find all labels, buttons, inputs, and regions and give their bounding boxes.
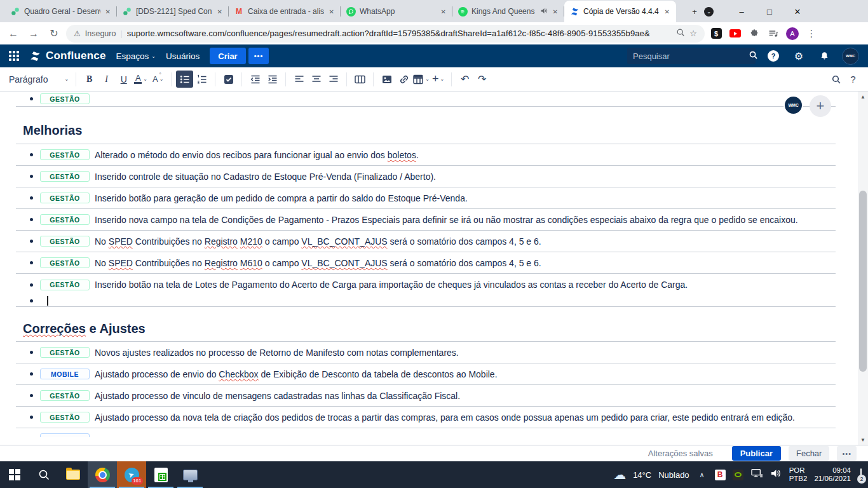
section-heading[interactable]: Melhorias bbox=[0, 123, 868, 138]
tab-gmail[interactable]: M Caixa de entrada - alis ✕ bbox=[229, 1, 341, 22]
scroll-down-icon[interactable]: ▼ bbox=[858, 435, 868, 445]
page-url[interactable]: suporte.wmcsoftware.com/confluence/pages… bbox=[127, 29, 672, 38]
tray-expand-icon[interactable]: ∧ bbox=[700, 471, 705, 479]
language-indicator[interactable]: PORPTB2 bbox=[789, 466, 808, 483]
tab-search-icon[interactable]: ⌄ bbox=[704, 7, 714, 17]
weather-cloud-icon[interactable]: ☁ bbox=[613, 467, 626, 482]
list-item[interactable]: GESTÃO Inserido botão na tela de Lotes d… bbox=[16, 274, 836, 295]
bookmark-star-icon[interactable]: ☆ bbox=[689, 29, 697, 38]
taskbar-remote-desktop-icon[interactable] bbox=[175, 461, 205, 488]
insert-link-button[interactable] bbox=[395, 71, 412, 88]
tab-quadro-geral[interactable]: Quadro Geral - Desenv ✕ bbox=[5, 1, 117, 22]
status-badge[interactable]: GESTÃO bbox=[40, 149, 90, 160]
taskbar-search-icon[interactable] bbox=[29, 461, 58, 488]
task-list-button[interactable] bbox=[220, 71, 237, 88]
taskbar-chrome-icon[interactable] bbox=[88, 461, 117, 488]
bullet-list-button[interactable] bbox=[176, 71, 193, 88]
list-item-text[interactable]: Novos ajustes realizados no processo de … bbox=[95, 348, 459, 358]
align-right-button[interactable] bbox=[325, 71, 342, 88]
invite-add-button[interactable]: + bbox=[810, 95, 831, 117]
status-badge[interactable]: GESTÃO bbox=[40, 193, 90, 203]
status-badge[interactable]: GESTÃO bbox=[40, 171, 90, 182]
user-avatar[interactable]: WMC bbox=[842, 48, 859, 65]
tab-dds-2121[interactable]: [DDS-2121] Sped Cont ✕ bbox=[117, 1, 229, 22]
indent-button[interactable] bbox=[264, 71, 281, 88]
window-close-button[interactable]: ✕ bbox=[783, 1, 811, 22]
bitdefender-tray-icon[interactable]: B bbox=[715, 470, 726, 480]
tab-confluence-active[interactable]: Cópia de Versão 4.4.4 ✕ bbox=[564, 1, 676, 22]
list-item-text[interactable]: Inserido controle de situação no Cadastr… bbox=[95, 172, 436, 182]
nvidia-tray-icon[interactable] bbox=[733, 470, 743, 480]
italic-button[interactable]: I bbox=[98, 71, 115, 88]
new-tab-button[interactable]: + bbox=[685, 1, 704, 22]
nav-spaces[interactable]: Espaços⌄ bbox=[116, 51, 156, 61]
weather-desc[interactable]: Nublado bbox=[658, 470, 689, 480]
status-badge[interactable]: GESTÃO bbox=[40, 257, 90, 268]
list-item[interactable]: GESTÃO Alterado o método do envio dos re… bbox=[16, 144, 836, 166]
list-item[interactable]: GESTÃO Inserido nova campo na tela de Co… bbox=[16, 209, 836, 231]
paragraph-style-dropdown[interactable]: Parágrafo⌄ bbox=[6, 71, 71, 88]
status-badge[interactable]: GESTÃO bbox=[40, 236, 90, 247]
app-switcher-icon[interactable] bbox=[9, 51, 19, 61]
browser-menu-icon[interactable]: ⋮ bbox=[804, 25, 819, 42]
undo-button[interactable]: ↶ bbox=[456, 71, 473, 88]
network-tray-icon[interactable] bbox=[750, 468, 763, 481]
taskbar-telegram-icon[interactable]: ➤161 bbox=[117, 461, 146, 488]
list-item[interactable]: GESTÃO No SPED Contribuições no Registro… bbox=[16, 231, 836, 252]
list-item[interactable]: GESTÃO No SPED Contribuições no Registro… bbox=[16, 252, 836, 274]
list-item-text[interactable]: No SPED Contribuições no Registro M610 o… bbox=[95, 258, 541, 268]
text-color-dropdown[interactable]: A⌄ bbox=[132, 71, 149, 88]
bold-button[interactable]: B bbox=[81, 71, 98, 88]
list-item-text[interactable]: No SPED Contribuições no Registro M210 o… bbox=[95, 236, 541, 247]
list-item-text[interactable]: Ajustado processo de vinculo de mensagen… bbox=[95, 391, 460, 401]
editor-help-icon[interactable]: ? bbox=[844, 71, 862, 88]
list-item-text[interactable]: Ajustado processo de envio do Checkbox d… bbox=[95, 369, 498, 379]
list-item[interactable]: GESTÃO bbox=[16, 92, 836, 107]
tab-close-icon[interactable]: ✕ bbox=[328, 8, 336, 15]
start-button[interactable] bbox=[0, 461, 29, 488]
list-item[interactable]: MOBILE Ajustado processo de envio do Che… bbox=[16, 363, 836, 385]
status-badge[interactable]: GESTÃO bbox=[40, 93, 90, 104]
list-item-text[interactable]: Inserido botão para geração de um pedido… bbox=[95, 193, 468, 203]
status-badge[interactable]: GESTÃO bbox=[40, 280, 90, 290]
help-icon[interactable]: ? bbox=[766, 48, 781, 64]
collaborator-avatar[interactable]: WMC bbox=[783, 95, 803, 115]
youtube-extension-icon[interactable] bbox=[728, 25, 743, 42]
settings-gear-icon[interactable]: ⚙ bbox=[791, 48, 806, 64]
list-item[interactable]: GESTÃO Ajustado processo da nova tela de… bbox=[16, 407, 836, 428]
url-omnibox[interactable]: ⚠ Inseguro | suporte.wmcsoftware.com/con… bbox=[66, 25, 705, 43]
list-item[interactable]: GESTÃO Inserido controle de situação no … bbox=[16, 166, 836, 187]
music-queue-icon[interactable] bbox=[766, 25, 781, 42]
vertical-scrollbar[interactable]: ▲ ▼ bbox=[858, 92, 868, 445]
publish-button[interactable]: Publicar bbox=[732, 446, 781, 461]
global-search-box[interactable] bbox=[627, 48, 756, 64]
underline-button[interactable]: U bbox=[115, 71, 132, 88]
create-button[interactable]: Criar bbox=[210, 48, 245, 64]
search-icon[interactable] bbox=[749, 50, 758, 62]
editor-content[interactable]: GESTÃO Melhorias GESTÃO Alterado o métod… bbox=[0, 92, 868, 445]
insert-table-dropdown[interactable]: ⌄ bbox=[412, 71, 430, 88]
list-item-text[interactable]: Ajustado processo da nova tela de criaçã… bbox=[95, 412, 795, 423]
notifications-bell-icon[interactable] bbox=[817, 48, 832, 64]
list-item[interactable]: GESTÃO Ajustado processo de vinculo de m… bbox=[16, 385, 836, 407]
browser-profile-avatar[interactable]: A bbox=[785, 25, 800, 42]
scroll-up-icon[interactable]: ▲ bbox=[858, 92, 868, 102]
close-editor-button[interactable]: Fechar bbox=[789, 446, 829, 461]
action-center-icon[interactable]: 2 bbox=[860, 469, 862, 480]
section-heading[interactable]: Correções e Ajustes bbox=[0, 322, 868, 336]
scrollbar-thumb[interactable] bbox=[859, 191, 867, 372]
tab-whatsapp[interactable]: WhatsApp ✕ bbox=[341, 1, 452, 22]
extension-dollar-icon[interactable]: $ bbox=[709, 25, 724, 42]
list-item-text[interactable]: Inserido botão na tela de Lotes de Pagam… bbox=[95, 280, 688, 290]
window-minimize-button[interactable]: – bbox=[728, 1, 756, 22]
security-warning-icon[interactable]: ⚠ bbox=[74, 29, 81, 38]
status-badge[interactable]: MOBILE bbox=[40, 369, 90, 379]
tab-close-icon[interactable]: ✕ bbox=[216, 8, 224, 15]
back-icon[interactable]: ← bbox=[5, 25, 22, 42]
status-badge[interactable]: GESTÃO bbox=[40, 390, 90, 401]
nav-users[interactable]: Usuários bbox=[166, 51, 200, 61]
tab-spotify[interactable]: Kings And Queens ✕ bbox=[452, 1, 564, 22]
footer-more-button[interactable]: ••• bbox=[837, 446, 857, 461]
status-badge[interactable]: GESTÃO bbox=[40, 347, 90, 358]
page-layout-button[interactable] bbox=[351, 71, 369, 88]
